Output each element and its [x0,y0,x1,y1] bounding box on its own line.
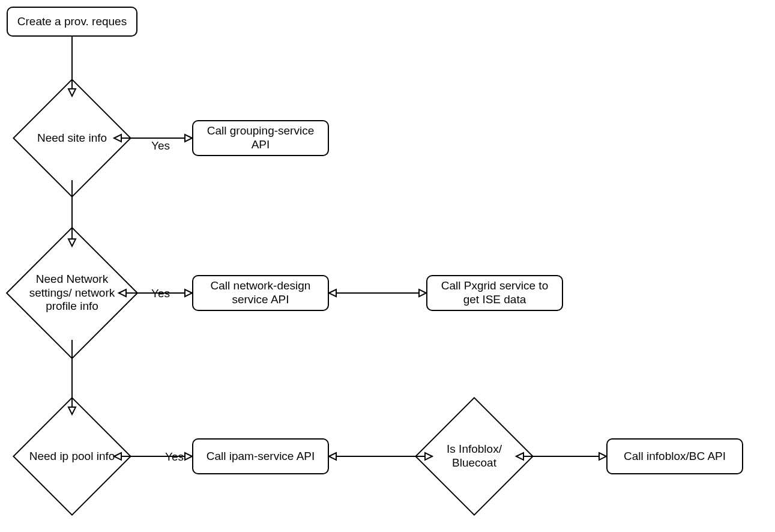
edge-label-yes-2: Yes [151,287,170,300]
node-start: Create a prov. reques [7,7,137,37]
node-call-netdesign-label: Call network-design service API [198,279,323,307]
node-need-site-info-label: Need site info [37,131,107,145]
node-call-pxgrid-label: Call Pxgrid service to get ISE data [432,279,557,307]
node-call-infoblox: Call infoblox/BC API [606,438,743,474]
node-is-infoblox: Is Infoblox/ Bluecoat [432,414,516,498]
node-need-ippool-label: Need ip pool info [29,450,115,464]
node-call-pxgrid: Call Pxgrid service to get ISE data [426,275,563,311]
node-call-ipam: Call ipam-service API [192,438,329,474]
node-need-network-label: Need Network settings/ network profile i… [18,273,126,313]
node-need-network: Need Network settings/ network profile i… [25,246,119,340]
flowchart-canvas: Create a prov. reques Need site info Cal… [0,0,775,532]
edge-label-yes-3: Yes [165,450,184,464]
edge-label-yes-1: Yes [151,139,170,153]
node-call-grouping-label: Call grouping-service API [198,124,323,152]
node-need-site-info: Need site info [30,96,114,180]
node-call-infoblox-label: Call infoblox/BC API [624,450,726,464]
node-is-infoblox-label: Is Infoblox/ Bluecoat [427,443,521,470]
node-need-ippool: Need ip pool info [30,414,114,498]
node-call-netdesign: Call network-design service API [192,275,329,311]
node-call-ipam-label: Call ipam-service API [207,450,315,464]
node-start-label: Create a prov. reques [17,15,127,29]
node-call-grouping: Call grouping-service API [192,120,329,156]
